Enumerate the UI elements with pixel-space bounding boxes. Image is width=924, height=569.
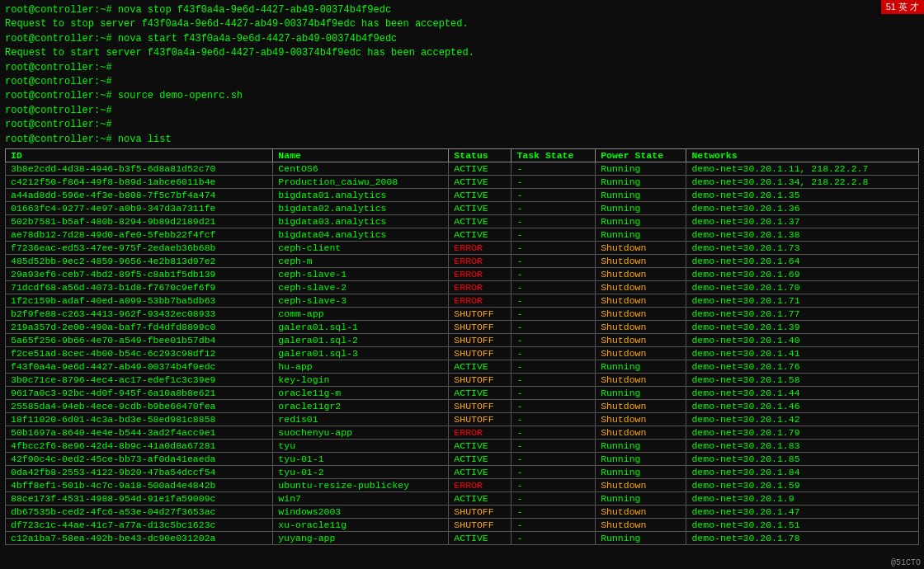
col-header-id: ID (6, 148, 273, 162)
table-row: 29a93ef6-ceb7-4bd2-89f5-c8ab1f5db139 cep… (6, 267, 919, 280)
table-row: 5a65f256-9b66-4e70-a549-fbee01b57db4 gal… (6, 333, 919, 346)
output-2: Request to start server f43f0a4a-9e6d-44… (5, 46, 919, 60)
table-row: 0da42fb8-2553-4122-9b20-47ba54dccf54 tyu… (6, 465, 919, 478)
nova-list-table: ID Name Status Task State Power State Ne… (5, 148, 919, 545)
table-row: 9617a0c3-92bc-4d0f-945f-6a10a8b8e621 ora… (6, 386, 919, 399)
table-row: 01663fc4-9277-4e97-a0b9-347d3a7311fe big… (6, 201, 919, 214)
table-row: b2f9fe88-c263-4413-962f-93432ec08933 com… (6, 307, 919, 320)
col-header-power-state: Power State (596, 148, 686, 162)
table-row: 42f90c4c-0ed2-45ce-bb73-af0da41eaeda tyu… (6, 452, 919, 465)
table-row: 71dcdf68-a56d-4073-b1d8-f7670c9ef6f9 cep… (6, 280, 919, 294)
table-row: 485d52bb-9ec2-4859-9656-4e2b813d97e2 cep… (6, 254, 919, 267)
command-history: root@controller:~# nova stop f43f0a4a-9e… (5, 3, 919, 147)
table-row: 3b8e2cdd-4d38-4946-b3f5-6d8a81d52c70 Cen… (6, 162, 919, 175)
cmd-line-6: root@controller:~# (5, 104, 919, 118)
table-row: f2ce51ad-8cec-4b00-b54c-6c293c98df12 gal… (6, 346, 919, 360)
col-header-networks: Networks (686, 148, 919, 162)
table-row: c4212f50-f864-49f8-b89d-1abce6011b4e Pro… (6, 175, 919, 188)
cmd-line-5: root@controller:~# source demo-openrc.sh (5, 89, 919, 103)
table-row: a44ad8dd-596e-4f3e-b808-7f5c7bf4a474 big… (6, 188, 919, 201)
cmd-line-2: root@controller:~# nova start f43f0a4a-9… (5, 32, 919, 46)
table-row: df723c1c-44ae-41c7-a77a-d13c5bc1623c xu-… (6, 518, 919, 531)
table-row: ae78db12-7d28-49d0-afe0-5febb22f4fcf big… (6, 228, 919, 241)
cmd-line-3: root@controller:~# (5, 61, 919, 75)
cmd-line-4: root@controller:~# (5, 75, 919, 89)
watermark: @51CTO (891, 558, 921, 567)
cmd-line-7: root@controller:~# (5, 118, 919, 132)
col-header-status: Status (449, 148, 512, 162)
cmd-line-8: root@controller:~# nova list (5, 133, 919, 147)
nova-list-table-container: ID Name Status Task State Power State Ne… (5, 148, 919, 545)
table-row: 219a357d-2e00-490a-baf7-fd4dfd8899c0 gal… (6, 320, 919, 333)
col-header-task-state: Task State (512, 148, 596, 162)
table-row: f7236eac-ed53-47ee-975f-2edaeb36b68b cep… (6, 241, 919, 254)
table-row: 88ce173f-4531-4988-954d-91e1fa59009c win… (6, 491, 919, 505)
table-row: 4bff8ef1-501b-4c7c-9a18-500ad4e4842b ubu… (6, 478, 919, 491)
table-row: f43f0a4a-9e6d-4427-ab49-00374b4f9edc hu-… (6, 360, 919, 373)
output-1: Request to stop server f43f0a4a-9e6d-442… (5, 17, 919, 31)
table-row: 4fbcc2f6-8e96-42d4-8b9c-41a0d8a67281 tyu… (6, 439, 919, 452)
table-row: c12a1ba7-58ea-492b-be43-dc90e031202a yuy… (6, 531, 919, 544)
table-row: 3b0c71ce-8796-4ec4-ac17-edef1c3c39e9 key… (6, 373, 919, 386)
table-header-row: ID Name Status Task State Power State Ne… (6, 148, 919, 162)
terminal: 51 英 才 root@controller:~# nova stop f43f… (0, 0, 924, 569)
top-badge: 51 英 才 (881, 0, 924, 14)
table-row: 1f2c159b-adaf-40ed-a099-53bb7ba5db63 cep… (6, 294, 919, 307)
table-row: 18f11020-6d01-4c3a-bd3e-58ed981c8858 red… (6, 412, 919, 426)
table-row: 25585da4-94eb-4ece-9cdb-b9be66470fea ora… (6, 399, 919, 412)
table-row: db67535b-ced2-4fc6-a53e-04d27f3653ac win… (6, 505, 919, 518)
col-header-name: Name (273, 148, 449, 162)
cmd-line-1: root@controller:~# nova stop f43f0a4a-9e… (5, 3, 919, 17)
table-row: 502b7581-b5af-480b-8294-9b89d2189d21 big… (6, 214, 919, 228)
table-row: 50b1697a-8640-4e4e-b544-3ad2f4acc9e1 suo… (6, 426, 919, 439)
